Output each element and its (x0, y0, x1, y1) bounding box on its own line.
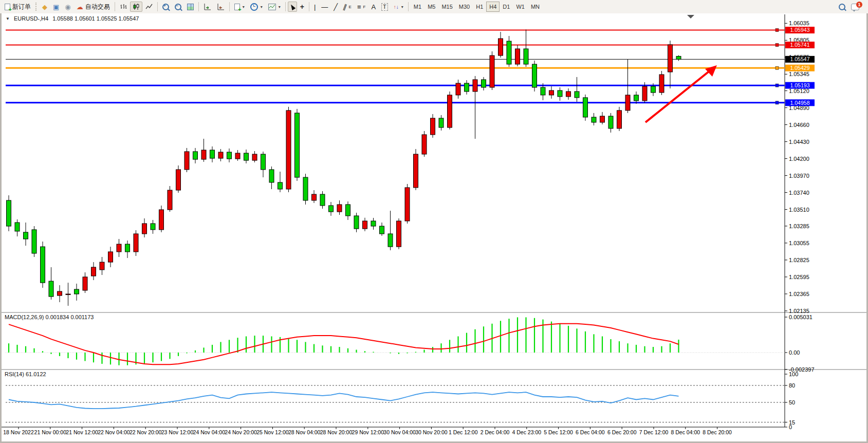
chart-title[interactable]: ▼ EURUSD-,H4 1.05588 1.05601 1.05525 1.0… (6, 15, 139, 22)
zoom-in-button[interactable]: + (160, 2, 172, 12)
toolbar-drag-handle (35, 3, 38, 11)
svg-text:1.03970: 1.03970 (789, 173, 809, 179)
svg-text:21 Nov 00:00: 21 Nov 00:00 (34, 429, 67, 435)
svg-text:1.04958: 1.04958 (790, 100, 810, 106)
svg-text:30 Nov 20:00: 30 Nov 20:00 (415, 429, 448, 435)
svg-text:50: 50 (789, 399, 795, 405)
navigator-icon: ▣ (53, 4, 59, 10)
svg-text:1.05193: 1.05193 (790, 82, 810, 88)
search-icon (839, 4, 845, 10)
chart-shift-icon (217, 3, 225, 10)
svg-text:24 Nov 20:00: 24 Nov 20:00 (225, 429, 257, 435)
periods-button[interactable]: ▾ (248, 2, 265, 12)
templates-button[interactable]: ▾ (266, 2, 283, 12)
svg-text:80: 80 (789, 382, 795, 389)
zoom-in-icon: + (162, 4, 169, 10)
svg-text:1.02135: 1.02135 (789, 308, 809, 314)
svg-text:28 Nov 20:00: 28 Nov 20:00 (320, 429, 353, 435)
chart-symbol-period: EURUSD-,H4 (14, 15, 48, 22)
rsi-panel[interactable]: 1008050150 (6, 371, 798, 430)
new-order-button[interactable]: 新订单 (2, 2, 33, 12)
svg-text:22 Nov 04:00: 22 Nov 04:00 (98, 429, 130, 435)
fibonacci-tool-button[interactable]: ≡F (355, 2, 368, 12)
svg-text:8 Dec 04:00: 8 Dec 04:00 (671, 429, 700, 435)
toolbar-separator (157, 2, 158, 11)
channel-tool-button[interactable]: ∥E (341, 2, 354, 12)
svg-text:0: 0 (789, 424, 792, 430)
svg-text:1.03055: 1.03055 (789, 240, 809, 246)
profiles-icon: ◆ (42, 4, 47, 10)
svg-text:8 Dec 20:00: 8 Dec 20:00 (703, 429, 732, 435)
svg-text:6 Dec 20:00: 6 Dec 20:00 (607, 429, 637, 435)
horizontal-line-tool-button[interactable]: — (319, 2, 330, 12)
search-button[interactable] (836, 2, 848, 12)
candle-chart-mode-button[interactable] (130, 2, 142, 12)
trendline-tool-button[interactable]: ╱ (331, 2, 340, 12)
market-watch-button[interactable]: ◉ (62, 2, 73, 12)
timeframe-button-h4[interactable]: H4 (486, 2, 500, 12)
chart-shift-marker[interactable] (687, 15, 694, 19)
bar-chart-icon (120, 3, 127, 10)
chart-ohlc-values: 1.05588 1.05601 1.05525 1.05547 (52, 15, 139, 22)
chat-bubble-icon: 1 (851, 4, 859, 10)
timeframe-button-m1[interactable]: M1 (411, 2, 424, 12)
chevron-down-icon: ▾ (243, 5, 245, 9)
template-icon (268, 4, 276, 10)
svg-text:100: 100 (789, 371, 798, 377)
notifications-button[interactable]: 1 (848, 2, 862, 12)
toolbar-separator (198, 2, 199, 11)
time-axis[interactable]: 18 Nov 202221 Nov 00:0021 Nov 12:0022 No… (3, 427, 732, 435)
svg-text:1.03285: 1.03285 (789, 223, 809, 229)
svg-text:25 Nov 12:00: 25 Nov 12:00 (256, 429, 289, 435)
market-watch-icon: ◉ (65, 4, 70, 10)
timeframe-button-m30[interactable]: M30 (456, 2, 473, 12)
svg-text:1.05429: 1.05429 (790, 65, 810, 71)
line-chart-mode-button[interactable] (143, 2, 155, 12)
macd-panel[interactable]: 0.0050310.00-0.002397 (6, 314, 815, 373)
timeframe-button-m15[interactable]: M15 (438, 2, 455, 12)
candlestick-series[interactable] (7, 30, 681, 306)
svg-text:0.00: 0.00 (789, 349, 800, 356)
arrow-object[interactable] (645, 65, 717, 122)
bar-chart-mode-button[interactable] (117, 2, 130, 12)
profiles-button[interactable]: ◆ (40, 2, 50, 12)
autotrading-button[interactable]: ☁ 自动交易 (74, 2, 113, 12)
svg-text:24 Nov 04:00: 24 Nov 04:00 (193, 429, 226, 435)
arrows-tool-button[interactable]: ↑↓ ▾ (391, 2, 406, 12)
svg-text:29 Nov 12:00: 29 Nov 12:00 (352, 429, 384, 435)
svg-text:1.02365: 1.02365 (789, 291, 809, 297)
macd-indicator-label: MACD(12,26,9) 0.001834 0.001173 (5, 314, 94, 320)
horizontal-line-icon: — (321, 4, 328, 10)
indicators-button[interactable]: ▾ (232, 2, 247, 12)
chart-dropdown-icon[interactable]: ▼ (6, 16, 10, 21)
cursor-tool-button[interactable] (288, 2, 297, 12)
vertical-line-tool-button[interactable]: | (311, 2, 318, 12)
navigator-button[interactable]: ▣ (50, 2, 62, 12)
chevron-down-icon: ▾ (279, 5, 281, 9)
new-order-label: 新订单 (12, 3, 31, 11)
tile-windows-button[interactable] (184, 2, 196, 12)
svg-text:7 Dec 12:00: 7 Dec 12:00 (639, 429, 669, 435)
svg-text:1.04430: 1.04430 (789, 139, 809, 145)
svg-text:18 Nov 2022: 18 Nov 2022 (3, 429, 34, 435)
chart-canvas[interactable]: 1.060351.058051.055751.053451.051201.048… (2, 13, 866, 441)
crosshair-tool-button[interactable]: + (298, 2, 307, 12)
svg-text:1.04200: 1.04200 (789, 156, 809, 162)
timeframe-button-d1[interactable]: D1 (500, 2, 513, 12)
arrows-icon: ↑↓ (394, 3, 399, 10)
label-tool-button[interactable]: T (379, 2, 391, 12)
price-axis[interactable]: 1.060351.058051.055751.053451.051201.048… (785, 20, 809, 314)
panel-separators[interactable] (2, 14, 866, 427)
svg-text:2 Dec 04:00: 2 Dec 04:00 (481, 429, 510, 435)
auto-scroll-button[interactable] (201, 2, 214, 12)
timeframe-button-mn[interactable]: MN (528, 2, 543, 12)
zoom-out-button[interactable]: − (172, 2, 184, 12)
chart-shift-button[interactable] (214, 2, 227, 12)
text-tool-button[interactable]: A (368, 2, 378, 12)
timeframe-button-h1[interactable]: H1 (473, 2, 486, 12)
timeframe-button-w1[interactable]: W1 (513, 2, 528, 12)
timeframe-button-m5[interactable]: M5 (424, 2, 438, 12)
svg-text:6 Dec 04:00: 6 Dec 04:00 (576, 429, 605, 435)
svg-text:1.05547: 1.05547 (790, 56, 810, 62)
auto-scroll-icon (204, 3, 211, 10)
